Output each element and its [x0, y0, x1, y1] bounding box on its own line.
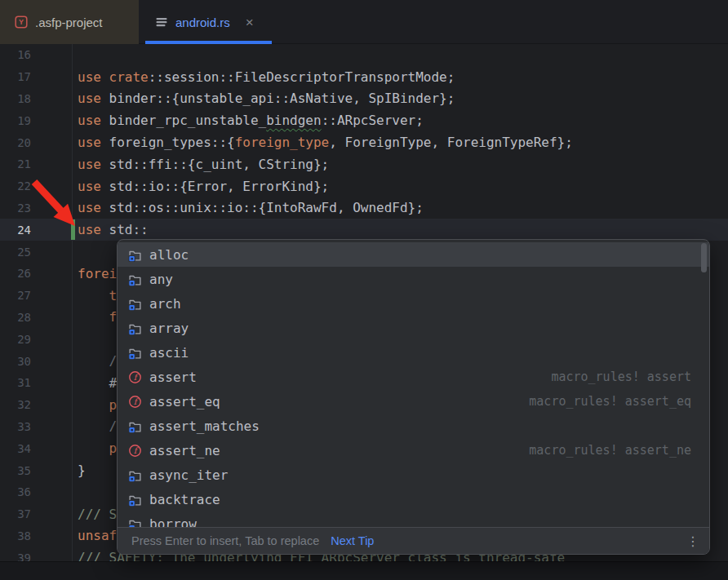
line-number: 20 [0, 136, 72, 149]
completion-label: any [149, 272, 173, 287]
module-icon [128, 493, 142, 507]
completion-item-borrow[interactable]: borrow [118, 511, 709, 527]
tab-android-rs[interactable]: android.rs × [145, 0, 272, 44]
code-text: use foreign_types::{foreign_type, Foreig… [72, 135, 573, 150]
module-icon [128, 517, 142, 528]
completion-label: assert_matches [149, 418, 260, 434]
line-number: 24 [0, 224, 72, 237]
line-number: 32 [0, 398, 72, 411]
completion-item-assert[interactable]: fassertmacro_rules! assert [118, 365, 709, 389]
footer-hint: Press Enter to insert, Tab to replace [131, 534, 319, 547]
completion-popup: allocanyarcharrayasciifassertmacro_rules… [117, 239, 710, 555]
module-icon [128, 297, 142, 311]
code-text: use binder::{unstable_api::AsNative, SpI… [72, 91, 455, 106]
completion-label: alloc [149, 247, 189, 263]
code-line-19[interactable]: 19use binder_rpc_unstable_bindgen::ARpcS… [0, 109, 728, 131]
svg-text:f: f [134, 446, 140, 455]
code-text: p [72, 441, 117, 456]
code-text: use crate::session::FileDescriptorTransp… [72, 69, 455, 85]
macro-icon: f [128, 395, 142, 409]
code-line-24[interactable]: 24use std:: [0, 219, 728, 241]
line-number: 34 [0, 442, 72, 455]
code-text: use std::io::{Error, ErrorKind}; [72, 179, 329, 194]
completion-tail: macro_rules! assert_ne [529, 443, 691, 458]
code-text: t [72, 288, 117, 303]
code-text: /// S [72, 507, 117, 522]
code-text: forei [72, 266, 117, 281]
completion-label: arch [149, 296, 181, 312]
completion-label: assert_eq [149, 394, 220, 410]
line-number: 36 [0, 485, 72, 498]
line-number: 26 [0, 267, 72, 280]
code-text: / [72, 418, 117, 434]
completion-item-array[interactable]: array [118, 316, 709, 340]
tab-label: android.rs [175, 15, 230, 29]
code-line-23[interactable]: 23use std::os::unix::io::{IntoRawFd, Own… [0, 197, 728, 219]
completion-item-arch[interactable]: arch [118, 291, 709, 316]
line-number: 28 [0, 311, 72, 324]
module-icon [128, 272, 142, 286]
svg-text:f: f [134, 373, 140, 382]
completion-tail: macro_rules! assert [551, 370, 691, 384]
code-line-22[interactable]: 22use std::io::{Error, ErrorKind}; [0, 175, 728, 197]
code-text: use std::os::unix::io::{IntoRawFd, Owned… [72, 200, 424, 215]
completion-label: ascii [149, 345, 189, 361]
line-number: 31 [0, 376, 72, 389]
completion-label: assert_ne [149, 443, 220, 458]
code-text: use std:: [72, 222, 149, 237]
code-text: use std::ffi::{c_uint, CString}; [72, 157, 329, 172]
completion-item-assert_eq[interactable]: fassert_eqmacro_rules! assert_eq [118, 389, 709, 414]
change-marker [71, 219, 75, 240]
completion-item-assert_ne[interactable]: fassert_nemacro_rules! assert_ne [118, 438, 709, 463]
completion-label: assert [149, 370, 197, 385]
rust-file-icon [155, 15, 168, 29]
code-line-20[interactable]: 20use foreign_types::{foreign_type, Fore… [0, 131, 728, 153]
line-number: 19 [0, 114, 72, 127]
line-number: 22 [0, 179, 72, 193]
module-icon [128, 346, 142, 360]
line-number: 39 [0, 551, 72, 561]
completion-label: async_iter [149, 467, 228, 483]
completion-item-backtrace[interactable]: backtrace [118, 487, 709, 511]
kebab-menu-icon[interactable]: ⋮ [686, 534, 699, 549]
code-line-17[interactable]: 17use crate::session::FileDescriptorTran… [0, 66, 728, 88]
line-number: 23 [0, 201, 72, 215]
tab-label: .asfp-project [35, 15, 103, 29]
completion-item-assert_matches[interactable]: assert_matches [118, 414, 709, 438]
line-number: 29 [0, 333, 72, 346]
editor-tab-bar: Y .asfp-project android.rs × [0, 0, 728, 44]
line-number: 27 [0, 289, 72, 302]
line-number: 25 [0, 246, 72, 259]
code-text: } [72, 463, 86, 478]
next-tip-link[interactable]: Next Tip [331, 534, 374, 547]
line-number: 35 [0, 464, 72, 477]
macro-icon: f [128, 444, 142, 458]
completion-item-async_iter[interactable]: async_iter [118, 463, 709, 487]
completion-label: borrow [149, 516, 197, 528]
line-number: 33 [0, 420, 72, 433]
code-line-16[interactable]: 16 [0, 44, 728, 66]
yaml-file-icon: Y [15, 15, 28, 29]
code-text: / [72, 353, 117, 369]
code-line-21[interactable]: 21use std::ffi::{c_uint, CString}; [0, 153, 728, 175]
tab-close-icon[interactable]: × [246, 15, 254, 29]
line-number: 38 [0, 529, 72, 542]
window-bottom-strip [0, 561, 728, 580]
code-text: f [72, 309, 117, 325]
tab-asfp-project[interactable]: Y .asfp-project [0, 0, 139, 44]
code-text: use binder_rpc_unstable_bindgen::ARpcSer… [72, 113, 424, 128]
completion-item-ascii[interactable]: ascii [118, 340, 709, 365]
completion-footer: Press Enter to insert, Tab to replace Ne… [118, 527, 709, 554]
completion-item-any[interactable]: any [118, 267, 709, 291]
line-number: 18 [0, 92, 72, 105]
svg-text:Y: Y [19, 18, 24, 26]
completion-label: backtrace [149, 492, 220, 507]
line-number: 30 [0, 355, 72, 368]
code-line-18[interactable]: 18use binder::{unstable_api::AsNative, S… [0, 88, 728, 110]
completion-label: array [149, 321, 189, 336]
completion-scrollbar-thumb[interactable] [701, 243, 707, 272]
line-number: 21 [0, 157, 72, 170]
module-icon [128, 468, 142, 482]
completion-item-alloc[interactable]: alloc [118, 242, 709, 267]
module-icon [128, 419, 142, 433]
